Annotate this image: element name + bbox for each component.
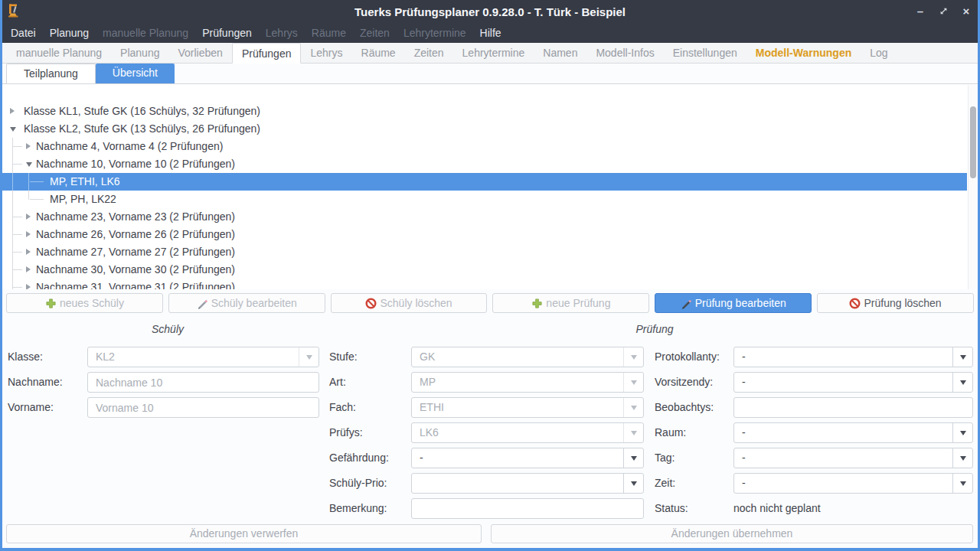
restore-button[interactable] bbox=[938, 0, 949, 23]
subtab-teilplanung[interactable]: Teilplanung bbox=[6, 64, 96, 83]
stufe-combobox: GK bbox=[411, 347, 644, 367]
new-pruefung-button: neue Prüfung bbox=[492, 293, 649, 313]
tree-scrollbar[interactable] bbox=[968, 85, 978, 289]
expander-collapsed-icon[interactable] bbox=[26, 284, 31, 289]
action-button-row: neues Schüly Schüly bearbeiten Schüly lö… bbox=[2, 293, 978, 314]
chevron-down-icon bbox=[623, 373, 643, 392]
tree-row-mp-ethi-lk6-selected[interactable]: MP, ETHI, LK6 bbox=[2, 173, 967, 191]
menu-pruefungen[interactable]: Prüfungen bbox=[195, 23, 259, 43]
klasse-combobox: KL2 bbox=[87, 347, 319, 367]
delete-pruefung-button[interactable]: Prüfung löschen bbox=[817, 293, 974, 313]
gefaehrdung-combobox[interactable]: - bbox=[411, 448, 644, 468]
exam-tree: Klasse KL1, Stufe GK (16 Schülys, 32 Prü… bbox=[2, 84, 978, 289]
tab-modell-warnungen[interactable]: Modell-Warnungen bbox=[746, 43, 861, 63]
bemerkung-field[interactable] bbox=[411, 498, 644, 519]
tab-bar: manuelle Planung Planung Vorlieben Prüfu… bbox=[2, 43, 978, 64]
tree-guide bbox=[28, 173, 29, 191]
tree-row-clipped[interactable]: Nachname 31, Vorname 31 (2 Prüfungen) bbox=[2, 279, 967, 289]
bemerkung-input[interactable] bbox=[412, 499, 643, 518]
edit-pruefung-button[interactable]: Prüfung bearbeiten bbox=[655, 293, 812, 313]
chevron-down-icon[interactable] bbox=[952, 448, 972, 468]
tree-row-nachname-27[interactable]: Nachname 27, Vorname 27 (2 Prüfungen) bbox=[2, 243, 967, 261]
chevron-down-icon[interactable] bbox=[952, 347, 972, 367]
expander-expanded-icon[interactable] bbox=[26, 162, 32, 167]
tree-guide bbox=[12, 191, 13, 208]
menu-planung[interactable]: Planung bbox=[43, 23, 96, 43]
tree-row-label: Klasse KL1, Stufe GK (16 Schülys, 32 Prü… bbox=[24, 105, 260, 117]
tag-combobox[interactable]: - bbox=[733, 448, 973, 468]
raum-combobox[interactable]: - bbox=[733, 422, 973, 443]
tree-guide bbox=[13, 164, 22, 165]
bemerkung-label: Bemerkung: bbox=[329, 498, 387, 519]
window-title: Tuerks Prüfungsplaner 0.9.28.0 - T. Türk… bbox=[2, 5, 978, 18]
klasse-value: KL2 bbox=[88, 347, 299, 367]
tree-guide bbox=[28, 191, 29, 200]
pruefys-combobox: LK6 bbox=[411, 422, 644, 443]
edit-schuely-button: Schüly bearbeiten bbox=[168, 293, 325, 313]
minimize-button[interactable]: – bbox=[915, 0, 926, 23]
button-label: neues Schüly bbox=[60, 297, 124, 309]
scrollbar-thumb[interactable] bbox=[970, 106, 976, 178]
close-button[interactable]: × bbox=[961, 0, 972, 23]
art-combobox: MP bbox=[411, 372, 644, 393]
chevron-down-icon[interactable] bbox=[952, 474, 972, 493]
vorsitzendy-combobox[interactable]: - bbox=[733, 372, 973, 393]
tree-row-label: MP, ETHI, LK6 bbox=[50, 175, 120, 187]
tree-row-klasse-kl2[interactable]: Klasse KL2, Stufe GK (13 Schülys, 26 Prü… bbox=[2, 120, 967, 138]
tab-pruefungen[interactable]: Prüfungen bbox=[232, 43, 302, 64]
tree-row-nachname-30[interactable]: Nachname 30, Vorname 30 (2 Prüfungen) bbox=[2, 261, 967, 279]
tab-einstellungen: Einstellungen bbox=[664, 43, 746, 63]
tree-row-nachname-4[interactable]: Nachname 4, Vorname 4 (2 Prüfungen) bbox=[2, 138, 967, 155]
chevron-down-icon[interactable] bbox=[952, 373, 972, 392]
art-value: MP bbox=[412, 373, 623, 392]
expander-collapsed-icon[interactable] bbox=[26, 214, 31, 220]
menu-datei[interactable]: Datei bbox=[4, 23, 43, 43]
window-controls: – × bbox=[915, 0, 972, 23]
button-label: Schüly bearbeiten bbox=[211, 297, 297, 309]
expander-collapsed-icon[interactable] bbox=[26, 266, 31, 272]
beobachtys-input[interactable] bbox=[734, 398, 972, 417]
tree-row-label: Nachname 30, Vorname 30 (2 Prüfungen) bbox=[36, 263, 235, 276]
tree-guide bbox=[12, 173, 13, 191]
tree-guide bbox=[30, 199, 44, 200]
menu-zeiten: Zeiten bbox=[353, 23, 397, 43]
new-schuely-button: neues Schüly bbox=[6, 293, 163, 313]
zeit-label: Zeit: bbox=[655, 473, 675, 494]
raum-label: Raum: bbox=[655, 422, 686, 443]
subtab-uebersicht[interactable]: Übersicht bbox=[96, 64, 175, 83]
menu-lehrytermine: Lehrytermine bbox=[397, 23, 473, 43]
expander-collapsed-icon[interactable] bbox=[26, 231, 31, 237]
tree-row-nachname-23[interactable]: Nachname 23, Vorname 23 (2 Prüfungen) bbox=[2, 208, 967, 226]
expander-collapsed-icon[interactable] bbox=[26, 143, 31, 149]
fach-label: Fach: bbox=[329, 397, 356, 418]
tree-row-mp-ph-lk22[interactable]: MP, PH, LK22 bbox=[2, 191, 967, 208]
menu-hilfe[interactable]: Hilfe bbox=[473, 23, 508, 43]
schuely-prio-combobox[interactable] bbox=[411, 473, 644, 494]
chevron-down-icon[interactable] bbox=[952, 423, 972, 442]
beobachtys-field[interactable] bbox=[733, 397, 973, 418]
nachname-field bbox=[87, 372, 319, 393]
tree-row-nachname-10[interactable]: Nachname 10, Vorname 10 (2 Prüfungen) bbox=[2, 155, 967, 173]
protokollanty-combobox[interactable]: - bbox=[733, 347, 973, 367]
footer-button-row: Änderungen verwerfen Änderungen übernehm… bbox=[2, 524, 978, 544]
chevron-down-icon[interactable] bbox=[623, 448, 643, 468]
tree-row-label: Nachname 27, Vorname 27 (2 Prüfungen) bbox=[36, 246, 235, 258]
tree-row-label: MP, PH, LK22 bbox=[50, 193, 116, 205]
button-label: Prüfung löschen bbox=[864, 297, 941, 309]
zeit-value: - bbox=[734, 474, 952, 493]
expander-collapsed-icon[interactable] bbox=[26, 249, 31, 255]
zeit-combobox[interactable]: - bbox=[733, 473, 973, 494]
tab-planung: Planung bbox=[111, 43, 168, 63]
expander-collapsed-icon[interactable] bbox=[10, 108, 15, 114]
pencil-icon bbox=[197, 298, 208, 309]
tree-row-nachname-26[interactable]: Nachname 26, Vorname 26 (2 Prüfungen) bbox=[2, 226, 967, 243]
expander-expanded-icon[interactable] bbox=[10, 127, 16, 132]
chevron-down-icon[interactable] bbox=[623, 474, 643, 493]
stufe-label: Stufe: bbox=[329, 347, 358, 367]
nachname-input bbox=[88, 373, 318, 392]
vorsitzendy-value: - bbox=[734, 373, 952, 392]
subtab-bar: Teilplanung Übersicht bbox=[2, 64, 978, 84]
beobachtys-label: Beobachtys: bbox=[655, 397, 714, 418]
tree-row-klasse-kl1[interactable]: Klasse KL1, Stufe GK (16 Schülys, 32 Prü… bbox=[2, 103, 967, 120]
raum-value: - bbox=[734, 423, 952, 442]
